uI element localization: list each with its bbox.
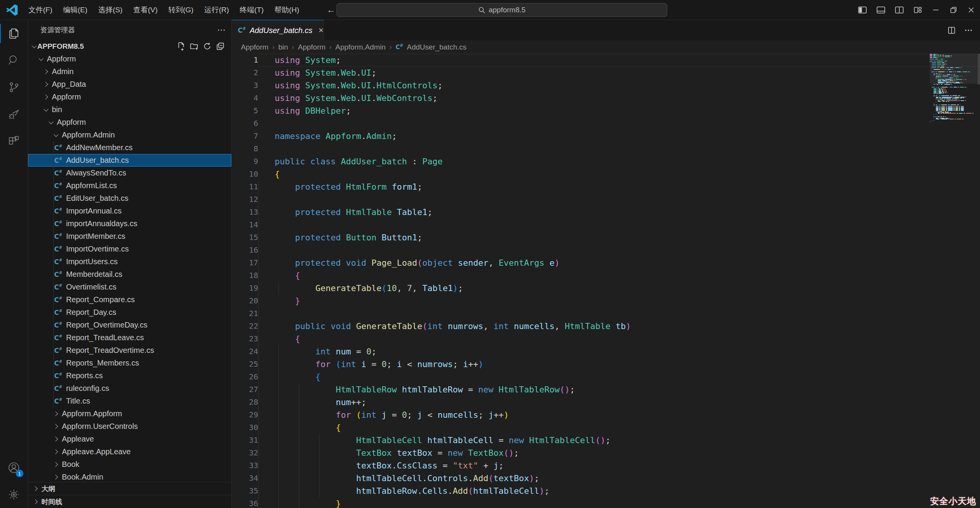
code-line[interactable]: 24 int num = 0;: [232, 345, 980, 358]
code-line[interactable]: 1using System;: [232, 54, 980, 66]
breadcrumb-file[interactable]: AddUser_batch.cs: [407, 43, 466, 51]
customize-layout-icon[interactable]: [913, 5, 922, 15]
code-line[interactable]: 16: [232, 244, 980, 256]
tree-folder-item[interactable]: Admin: [28, 65, 231, 78]
tree-folder-item[interactable]: App_Data: [28, 78, 231, 91]
tree-file-item[interactable]: C#Report_OvertimeDay.cs: [28, 319, 231, 331]
extensions-icon[interactable]: [0, 127, 28, 154]
tree-file-item[interactable]: C#Reports_Members.cs: [28, 357, 231, 369]
breadcrumb-item[interactable]: Appform.Admin: [335, 43, 386, 51]
code-line[interactable]: 6: [232, 117, 980, 130]
code-line[interactable]: 15 protected Button Button1;: [232, 231, 980, 244]
code-line[interactable]: 19 GenerateTable(10, 7, Table1);: [232, 282, 980, 295]
refresh-icon[interactable]: [202, 41, 212, 51]
tree-file-item[interactable]: C#importAnnualdays.cs: [28, 217, 231, 230]
close-button[interactable]: [962, 0, 980, 20]
tree-folder-item[interactable]: Appleave: [28, 433, 231, 445]
tree-folder-item[interactable]: bin: [28, 103, 231, 116]
command-center-search[interactable]: appform8.5: [337, 3, 667, 17]
code-line[interactable]: 36 }: [232, 497, 980, 508]
tree-folder-item[interactable]: Appform.UserControls: [28, 420, 231, 433]
tree-file-item[interactable]: C#Report_TreadOvertime.cs: [28, 344, 231, 357]
nav-back-icon[interactable]: ←: [327, 5, 335, 15]
tree-file-item[interactable]: C#Overtimelist.cs: [28, 281, 231, 293]
tree-file-item[interactable]: C#ImportOvertime.cs: [28, 243, 231, 255]
tab-close-icon[interactable]: ×: [318, 25, 323, 35]
code-line[interactable]: 2using System.Web.UI;: [232, 66, 980, 79]
menu-item[interactable]: 选择(S): [93, 3, 128, 17]
source-control-icon[interactable]: [0, 74, 28, 101]
code-line[interactable]: 11 protected HtmlForm form1;: [232, 180, 980, 193]
code-line[interactable]: 8: [232, 142, 980, 155]
minimize-button[interactable]: [927, 0, 945, 20]
tree-file-item[interactable]: C#AlwaysSendTo.cs: [28, 167, 231, 179]
code-line[interactable]: 21: [232, 307, 980, 320]
code-line[interactable]: 32 TextBox textBox = new TextBox();: [232, 447, 980, 459]
menu-item[interactable]: 查看(V): [128, 3, 163, 17]
tree-file-item[interactable]: C#AppformList.cs: [28, 179, 231, 192]
menu-item[interactable]: 编辑(E): [58, 3, 93, 17]
menu-item[interactable]: 终端(T): [234, 3, 269, 17]
tree-file-item[interactable]: C#Report_Day.cs: [28, 306, 231, 319]
timeline-section-header[interactable]: 时间线: [28, 495, 231, 508]
code-line[interactable]: 3using System.Web.UI.HtmlControls;: [232, 79, 980, 92]
menu-item[interactable]: 帮助(H): [269, 3, 304, 17]
code-line[interactable]: 10{: [232, 168, 980, 180]
new-folder-icon[interactable]: [189, 41, 199, 51]
search-icon[interactable]: [0, 47, 28, 74]
explorer-icon[interactable]: [0, 20, 28, 47]
explorer-section-header[interactable]: APPFORM8.5: [28, 40, 231, 53]
tree-file-item[interactable]: C#EditUser_batch.cs: [28, 192, 231, 205]
vertical-scrollbar[interactable]: [978, 54, 980, 84]
breadcrumb-item[interactable]: Appform: [241, 43, 269, 51]
tree-file-item[interactable]: C#AddUser_batch.cs: [28, 154, 231, 167]
new-file-icon[interactable]: [176, 41, 186, 51]
tree-folder-item[interactable]: Appleave.AppLeave: [28, 445, 231, 458]
tree-file-item[interactable]: C#Report_Compare.cs: [28, 293, 231, 306]
toggle-sidebar-right-icon[interactable]: [895, 5, 904, 15]
menu-item[interactable]: 运行(R): [199, 3, 234, 17]
tree-file-item[interactable]: C#ImportAnnual.cs: [28, 205, 231, 217]
code-editor[interactable]: 1using System;2using System.Web.UI;3usin…: [232, 54, 980, 508]
tree-file-item[interactable]: C#AddNewMember.cs: [28, 141, 231, 154]
code-line[interactable]: 27 HtmlTableRow htmlTableRow = new HtmlT…: [232, 383, 980, 396]
code-line[interactable]: 33 textBox.CssClass = "txt" + j;: [232, 459, 980, 472]
tree-file-item[interactable]: C#ImportMember.cs: [28, 230, 231, 243]
code-line[interactable]: 31 HtmlTableCell htmlTableCell = new Htm…: [232, 434, 980, 447]
tree-file-item[interactable]: C#Report_TreadLeave.cs: [28, 331, 231, 344]
code-line[interactable]: 4using System.Web.UI.WebControls;: [232, 92, 980, 104]
code-line[interactable]: 14: [232, 218, 980, 231]
code-line[interactable]: 5using DBHelper;: [232, 104, 980, 117]
tree-folder-item[interactable]: Appform: [28, 116, 231, 129]
tree-folder-item[interactable]: Book.Admin: [28, 471, 231, 482]
tree-file-item[interactable]: C#ImportUsers.cs: [28, 255, 231, 268]
restore-button[interactable]: [945, 0, 962, 20]
code-line[interactable]: 17 protected void Page_Load(object sende…: [232, 256, 980, 269]
code-line[interactable]: 29 for (int j = 0; j < numcells; j++): [232, 409, 980, 421]
code-line[interactable]: 28 num++;: [232, 396, 980, 409]
split-editor-icon[interactable]: [947, 26, 956, 35]
code-line[interactable]: 20 }: [232, 295, 980, 307]
collapse-all-icon[interactable]: [216, 41, 225, 51]
code-line[interactable]: 23 {: [232, 333, 980, 345]
code-line[interactable]: 26 {: [232, 371, 980, 383]
breadcrumb-item[interactable]: bin: [278, 43, 288, 51]
code-line[interactable]: 7namespace Appform.Admin;: [232, 130, 980, 142]
tree-folder-item[interactable]: Appform: [28, 53, 231, 65]
run-debug-icon[interactable]: [0, 101, 28, 127]
tree-file-item[interactable]: C#Memberdetail.cs: [28, 268, 231, 281]
toggle-sidebar-left-icon[interactable]: [858, 5, 867, 15]
tree-folder-item[interactable]: Appform: [28, 91, 231, 103]
code-line[interactable]: 30 {: [232, 421, 980, 434]
settings-gear-icon[interactable]: [0, 481, 28, 508]
more-actions-icon[interactable]: [964, 26, 973, 35]
tree-folder-item[interactable]: Book: [28, 458, 231, 471]
code-line[interactable]: 9public class AddUser_batch : Page: [232, 155, 980, 168]
tree-file-item[interactable]: C#ruleconfig.cs: [28, 382, 231, 395]
menu-item[interactable]: 文件(F): [23, 3, 58, 17]
code-line[interactable]: 25 for (int i = 0; i < numrows; i++): [232, 358, 980, 371]
sidebar-more-actions[interactable]: ⋯: [217, 25, 226, 35]
accounts-icon[interactable]: 1: [0, 454, 28, 481]
menu-item[interactable]: 转到(G): [163, 3, 199, 17]
tree-file-item[interactable]: C#Title.cs: [28, 395, 231, 407]
